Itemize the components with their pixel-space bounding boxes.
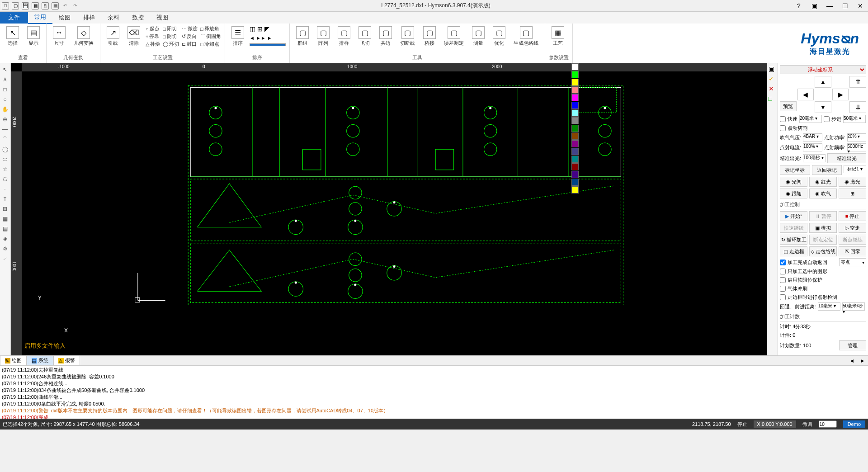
precise-time[interactable]: 100毫秒 ▾: [803, 154, 826, 162]
tool-排样[interactable]: ▢排样: [335, 25, 353, 47]
microjoint-button[interactable]: ⋯ 微连: [182, 25, 198, 32]
breakpoint-locate-button[interactable]: 断点定位: [809, 235, 837, 245]
fast-checkbox[interactable]: [780, 116, 786, 122]
tool-优化[interactable]: ▢优化: [490, 25, 508, 47]
start-button[interactable]: ▶ 开始*: [780, 211, 807, 221]
display-button[interactable]: ▤显示: [24, 25, 42, 47]
color-swatch[interactable]: [571, 132, 579, 140]
tool-桥接[interactable]: ▢桥接: [420, 25, 439, 47]
color-swatch[interactable]: [571, 163, 579, 170]
right-mini-icon[interactable]: ✕: [769, 85, 777, 93]
tool-切断线[interactable]: ▢切断线: [397, 25, 418, 47]
color-swatch[interactable]: [571, 117, 579, 124]
pause-button[interactable]: ⏸ 暂停: [809, 211, 837, 221]
sort-nav[interactable]: ◄ ►► ►: [250, 35, 286, 41]
left-tool-icon[interactable]: ✋: [0, 105, 10, 114]
edge-dot-checkbox[interactable]: [780, 294, 786, 300]
tool-测量[interactable]: ▢测量: [469, 25, 487, 47]
mark-coord-button[interactable]: 标记坐标: [780, 165, 810, 175]
right-mini-icon[interactable]: ✓: [769, 75, 777, 83]
seal-button[interactable]: ⊏ 封口: [182, 41, 198, 47]
compensate-button[interactable]: △ 补偿: [146, 41, 160, 47]
home-button[interactable]: ⇱ 回零: [839, 246, 866, 256]
dimension-button[interactable]: ↔尺寸: [50, 25, 68, 47]
sort-button[interactable]: ☰排序: [229, 25, 247, 47]
dot-freq[interactable]: 5000Hz ▾: [847, 143, 866, 151]
gas-pulse-checkbox[interactable]: [780, 286, 786, 292]
lead-button[interactable]: ↗引线: [104, 25, 122, 47]
z-down-button[interactable]: ⇊: [849, 101, 866, 113]
left-tool-icon[interactable]: □: [0, 85, 10, 94]
left-tool-icon[interactable]: ⌒: [0, 135, 10, 144]
retreat-dist[interactable]: 10毫米 ▾: [818, 302, 840, 311]
auto-return-checkbox[interactable]: [780, 260, 786, 265]
arrow-left[interactable]: ◀: [797, 89, 814, 100]
dotcut-checkbox[interactable]: [780, 125, 786, 131]
inner-cut-button[interactable]: □ 阴切: [163, 33, 179, 40]
step-value[interactable]: 50毫米 ▾: [843, 115, 866, 123]
color-swatch[interactable]: [571, 186, 579, 194]
left-tool-icon[interactable]: ⟋: [0, 254, 10, 263]
manage-button[interactable]: 管理: [839, 340, 866, 350]
left-tool-icon[interactable]: ·: [0, 184, 10, 194]
left-tool-icon[interactable]: ⚙: [0, 244, 10, 253]
laser-button[interactable]: ◉ 激光: [839, 177, 866, 187]
ring-cut-button[interactable]: ◯ 环切: [163, 41, 179, 47]
select-button[interactable]: ↖选择: [4, 25, 22, 47]
left-tool-icon[interactable]: ☆: [0, 165, 10, 174]
tab-draw[interactable]: ✎绘图: [0, 356, 27, 365]
color-swatch[interactable]: [571, 148, 579, 155]
sort-icons[interactable]: ◫ ⊞ ◤: [250, 25, 286, 33]
envelope-button[interactable]: ◇ 走包络线: [809, 246, 837, 256]
left-tool-icon[interactable]: ○: [0, 95, 10, 104]
tool-飞切[interactable]: ▢飞切: [356, 25, 374, 47]
left-tool-icon[interactable]: ▦: [0, 214, 10, 223]
fast-value[interactable]: 20毫米 ▾: [799, 115, 822, 123]
arrow-down[interactable]: ▼: [815, 101, 831, 113]
tool-生成包络线[interactable]: ▢生成包络线: [511, 25, 541, 47]
undo-icon[interactable]: ↶: [61, 2, 69, 9]
maximize-button[interactable]: ☐: [839, 1, 851, 10]
new-icon[interactable]: □: [2, 2, 9, 9]
scroll-left-icon[interactable]: ◄: [846, 358, 857, 364]
breakpoint-continue-button[interactable]: 断点继续: [839, 235, 866, 245]
minimize-button[interactable]: —: [824, 1, 835, 10]
tool-群组[interactable]: ▢群组: [293, 25, 311, 47]
tool-共边[interactable]: ▢共边: [377, 25, 395, 47]
color-swatch[interactable]: [571, 109, 579, 117]
mark-select[interactable]: 标记1 ▾: [844, 165, 866, 173]
tool1-icon[interactable]: ⎘: [42, 2, 49, 9]
origin-select[interactable]: 零点▾: [839, 258, 866, 266]
color-swatch[interactable]: [571, 156, 579, 163]
left-tool-icon[interactable]: ⬠: [0, 175, 10, 184]
precise-laser-button[interactable]: 精准出光: [827, 153, 866, 163]
shrink-icon[interactable]: ▣: [808, 1, 820, 10]
fast-continue-button[interactable]: 快速继续: [780, 223, 807, 233]
frame-button[interactable]: ▢ 走边框: [780, 246, 807, 256]
step-checkbox[interactable]: [824, 116, 830, 122]
left-tool-icon[interactable]: ◈: [0, 234, 10, 243]
left-tool-icon[interactable]: ⊞: [0, 204, 10, 213]
scroll-right-icon[interactable]: ►: [857, 358, 868, 364]
tech-button[interactable]: ▦工艺: [549, 25, 567, 47]
menu-nc[interactable]: 数控: [126, 12, 150, 24]
redo-icon[interactable]: ↷: [71, 2, 79, 9]
extra-button[interactable]: ⊞: [839, 189, 866, 198]
arrow-up[interactable]: ▲: [815, 76, 831, 88]
tool-阵列[interactable]: ▢阵列: [314, 25, 332, 47]
color-swatch[interactable]: [571, 63, 579, 71]
left-tool-icon[interactable]: ⬭: [0, 155, 10, 164]
arrow-right[interactable]: ▶: [832, 89, 849, 100]
menu-nest[interactable]: 排样: [77, 12, 101, 24]
menu-remain[interactable]: 余料: [101, 12, 126, 24]
color-swatch[interactable]: [571, 125, 579, 132]
canvas[interactable]: -1000 0 1000 2000 2000 1000: [11, 63, 767, 355]
tool2-icon[interactable]: ▤: [52, 2, 59, 9]
fillet-button[interactable]: ⌒ 倒圆角: [200, 33, 221, 40]
sort-slider[interactable]: [250, 43, 286, 46]
stop-button[interactable]: ■ 停止: [839, 211, 866, 221]
color-swatch[interactable]: [571, 94, 579, 101]
color-swatch[interactable]: [571, 102, 579, 109]
color-swatch[interactable]: [571, 86, 579, 94]
left-tool-icon[interactable]: Ｔ: [0, 194, 10, 203]
